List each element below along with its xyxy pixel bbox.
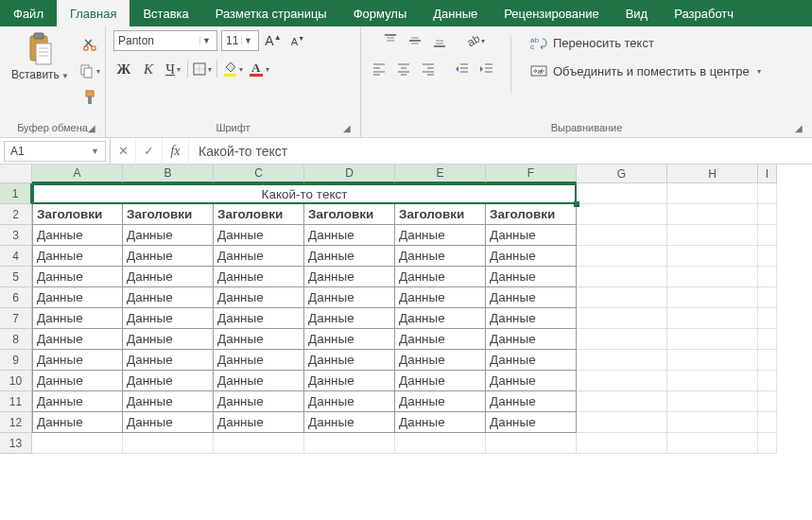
- format-painter-button[interactable]: [79, 87, 100, 108]
- cell[interactable]: Данные: [32, 350, 123, 371]
- column-header-C[interactable]: C: [214, 165, 304, 183]
- cell[interactable]: Данные: [395, 350, 486, 371]
- tab-page-layout[interactable]: Разметка страницы: [202, 0, 340, 26]
- cell[interactable]: [577, 391, 667, 412]
- cell[interactable]: Данные: [123, 371, 214, 391]
- column-header-D[interactable]: D: [304, 165, 395, 183]
- name-box[interactable]: A1▼: [4, 141, 106, 162]
- cell[interactable]: [577, 433, 667, 454]
- cell[interactable]: Данные: [32, 391, 123, 412]
- cell[interactable]: [667, 371, 758, 391]
- column-header-A[interactable]: A: [32, 165, 123, 183]
- row-header-9[interactable]: 9: [0, 350, 32, 371]
- tab-developer[interactable]: Разработч: [661, 0, 747, 26]
- cell[interactable]: [577, 204, 667, 225]
- align-center-button[interactable]: [393, 59, 414, 79]
- cell[interactable]: [304, 433, 395, 454]
- row-header-2[interactable]: 2: [0, 204, 32, 225]
- row-header-1[interactable]: 1: [0, 183, 32, 204]
- cell[interactable]: Заголовки: [214, 204, 304, 225]
- wrap-text-button[interactable]: abc Переносить текст: [525, 32, 660, 53]
- borders-button[interactable]: ▾: [192, 59, 213, 79]
- cell[interactable]: [758, 412, 777, 433]
- cell[interactable]: [667, 391, 758, 412]
- cell[interactable]: [577, 412, 667, 433]
- column-header-I[interactable]: I: [758, 165, 777, 183]
- cell[interactable]: Данные: [304, 329, 395, 350]
- merged-title-cell[interactable]: Какой-то текст: [32, 183, 577, 204]
- orientation-button[interactable]: ab▾: [463, 30, 486, 51]
- cell[interactable]: Данные: [214, 412, 304, 433]
- cell[interactable]: Данные: [32, 412, 123, 433]
- cell[interactable]: Данные: [123, 225, 214, 246]
- row-header-8[interactable]: 8: [0, 329, 32, 350]
- align-middle-button[interactable]: [405, 30, 425, 51]
- cell[interactable]: [667, 183, 758, 204]
- cell[interactable]: Данные: [123, 287, 214, 308]
- row-header-13[interactable]: 13: [0, 433, 32, 454]
- cell[interactable]: Данные: [32, 267, 123, 287]
- cell[interactable]: Данные: [486, 412, 577, 433]
- tab-view[interactable]: Вид: [613, 0, 662, 26]
- cell[interactable]: Заголовки: [486, 204, 577, 225]
- cell[interactable]: Данные: [304, 225, 395, 246]
- formula-input[interactable]: Какой-то текст: [189, 144, 812, 159]
- cell[interactable]: [758, 371, 777, 391]
- cell[interactable]: [577, 350, 667, 371]
- cell[interactable]: Данные: [123, 246, 214, 267]
- cell[interactable]: [758, 204, 777, 225]
- cell[interactable]: [758, 246, 777, 267]
- row-header-7[interactable]: 7: [0, 308, 32, 329]
- cell[interactable]: [667, 246, 758, 267]
- cell[interactable]: Данные: [123, 391, 214, 412]
- cell[interactable]: Данные: [123, 267, 214, 287]
- tab-formulas[interactable]: Формулы: [340, 0, 421, 26]
- cell[interactable]: Данные: [214, 246, 304, 267]
- cell[interactable]: Данные: [304, 412, 395, 433]
- cell[interactable]: [577, 267, 667, 287]
- cell[interactable]: Данные: [395, 412, 486, 433]
- font-launcher-icon[interactable]: ◢: [341, 122, 353, 133]
- cell[interactable]: Данные: [486, 267, 577, 287]
- cell[interactable]: [214, 433, 304, 454]
- cell[interactable]: Данные: [304, 267, 395, 287]
- cell[interactable]: [577, 329, 667, 350]
- bold-button[interactable]: Ж: [113, 59, 134, 79]
- cell[interactable]: [758, 350, 777, 371]
- cell[interactable]: Данные: [214, 391, 304, 412]
- row-header-6[interactable]: 6: [0, 287, 32, 308]
- merge-center-button[interactable]: a Объединить и поместить в центре ▾: [525, 61, 767, 81]
- cell[interactable]: Данные: [486, 225, 577, 246]
- cell[interactable]: Данные: [214, 225, 304, 246]
- cell[interactable]: [667, 329, 758, 350]
- row-header-4[interactable]: 4: [0, 246, 32, 267]
- cell[interactable]: Данные: [214, 371, 304, 391]
- cell[interactable]: [758, 267, 777, 287]
- tab-file[interactable]: Файл: [0, 0, 57, 26]
- cell[interactable]: [395, 433, 486, 454]
- cell[interactable]: Данные: [486, 350, 577, 371]
- cell[interactable]: Данные: [486, 308, 577, 329]
- cell[interactable]: [758, 308, 777, 329]
- cell[interactable]: [758, 433, 777, 454]
- cell[interactable]: Данные: [395, 267, 486, 287]
- italic-button[interactable]: К: [138, 59, 159, 79]
- select-all-corner[interactable]: [0, 165, 32, 183]
- row-header-3[interactable]: 3: [0, 225, 32, 246]
- cancel-formula-button[interactable]: ✕: [110, 138, 136, 165]
- cell[interactable]: [758, 183, 777, 204]
- insert-function-button[interactable]: fx: [163, 138, 189, 165]
- cell[interactable]: Данные: [486, 287, 577, 308]
- cell[interactable]: [667, 287, 758, 308]
- cell[interactable]: Данные: [304, 246, 395, 267]
- chevron-down-icon[interactable]: ▼: [199, 36, 213, 45]
- cell[interactable]: [32, 433, 123, 454]
- cell[interactable]: Данные: [214, 329, 304, 350]
- cell[interactable]: Данные: [304, 371, 395, 391]
- cell[interactable]: Данные: [304, 287, 395, 308]
- paste-button[interactable]: Вставить▼: [8, 30, 73, 83]
- cell[interactable]: Данные: [32, 329, 123, 350]
- cell[interactable]: Данные: [395, 246, 486, 267]
- align-right-button[interactable]: [418, 59, 439, 79]
- font-name-combo[interactable]: Panton▼: [113, 30, 217, 51]
